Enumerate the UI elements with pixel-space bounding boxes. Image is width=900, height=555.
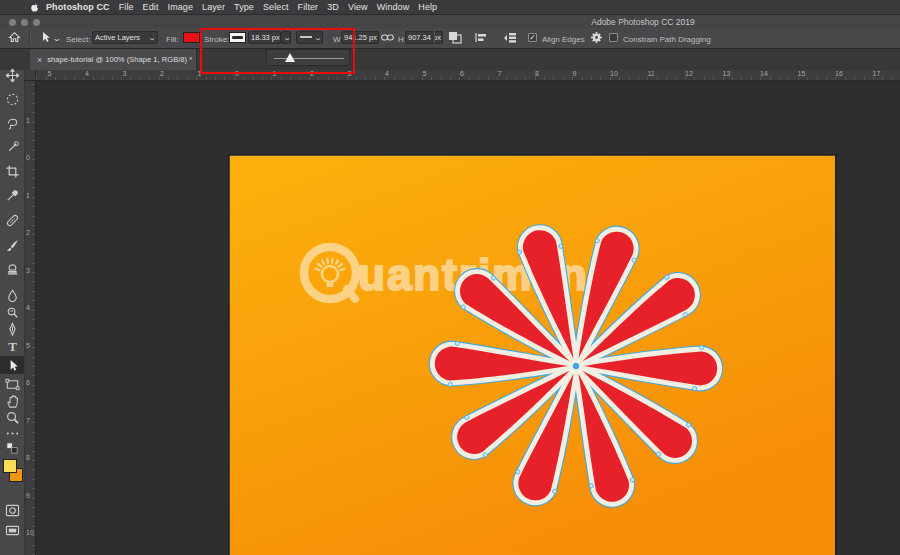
select-label: Select: [66, 35, 90, 44]
toolbar-separator [433, 31, 435, 45]
menu-file[interactable]: File [119, 2, 134, 12]
menu-3d[interactable]: 3D [327, 2, 339, 12]
vertical-ruler[interactable]: 1012345678910 [25, 81, 36, 555]
quick-mask-icon[interactable] [0, 501, 24, 519]
tab-title: shape-tutorial @ 100% (Shape 1, RGB/8) * [47, 55, 192, 64]
screen-mode-icon[interactable] [0, 521, 24, 539]
path-alignment-icon-graphic [474, 31, 488, 44]
menu-app-name[interactable]: Photoshop CC [46, 2, 110, 12]
blur-tool-icon-graphic [5, 288, 20, 303]
h-ruler-label: 14 [760, 70, 768, 77]
shape-height-field[interactable]: 907.34 px [405, 31, 443, 44]
apple-icon[interactable] [30, 2, 39, 13]
tab-close-icon[interactable]: × [37, 55, 42, 65]
path-selection-tool-icon[interactable] [0, 356, 24, 374]
document-tab-bar: × shape-tutorial @ 100% (Shape 1, RGB/8)… [0, 49, 900, 70]
document-canvas[interactable]: uantrimang [228, 154, 837, 555]
dodge-tool-icon[interactable] [0, 303, 24, 321]
close-window-button[interactable] [9, 19, 16, 26]
stroke-type-dropdown[interactable]: ⌄ [296, 31, 323, 44]
stroke-width-dropdown-button[interactable]: ⌄ [281, 31, 291, 44]
pen-tool-icon[interactable] [0, 320, 24, 338]
chevron-down-icon: ⌄ [51, 33, 62, 42]
stroke-color-swatch[interactable] [229, 32, 246, 43]
menu-type[interactable]: Type [234, 2, 254, 12]
select-mode-dropdown[interactable]: Active Layers ⌄ [92, 31, 158, 44]
menu-filter[interactable]: Filter [298, 2, 319, 12]
link-dimensions-icon[interactable] [381, 31, 394, 44]
path-options-gear-icon[interactable] [590, 31, 603, 44]
center-anchor-point[interactable] [574, 364, 578, 368]
anchor-point[interactable] [455, 341, 459, 345]
stroke-width-field[interactable]: 18.33 px [248, 31, 281, 44]
h-ruler-label: 5 [48, 70, 52, 77]
type-tool-icon[interactable]: T [0, 337, 24, 355]
shape-width-field[interactable]: 941.25 px [341, 31, 379, 44]
foreground-color-swatch[interactable] [3, 459, 17, 473]
v-ruler-label: 0 [26, 154, 30, 161]
v-ruler-label: 3 [26, 267, 30, 274]
blur-tool-icon[interactable] [0, 286, 24, 304]
toolbar-separator [29, 31, 31, 45]
path-arrangement-icon[interactable] [502, 31, 517, 44]
menu-view[interactable]: View [348, 2, 368, 12]
menu-image[interactable]: Image [168, 2, 194, 12]
path-operations-icon-graphic [448, 31, 462, 44]
tool-preset-chevron-icon[interactable]: ⌄ [53, 31, 61, 44]
window-title: Adobe Photoshop CC 2019 [588, 17, 698, 27]
menu-edit[interactable]: Edit [143, 2, 159, 12]
shape-width-value: 941.25 px [344, 33, 377, 42]
fill-label: Fill: [166, 35, 178, 44]
h-ruler-label: 13 [723, 70, 731, 77]
minimize-window-button[interactable] [21, 19, 28, 26]
anchor-point[interactable] [448, 382, 452, 386]
path-selection-tool-icon[interactable] [40, 31, 51, 44]
brush-tool-icon[interactable] [0, 236, 24, 254]
move-tool-icon[interactable] [0, 66, 24, 84]
h-ruler-label: 1 [198, 70, 202, 77]
horizontal-ruler[interactable]: 5432101234567891011121314151617 [25, 70, 900, 81]
h-ruler-label: 17 [873, 70, 881, 77]
eyedropper-tool-icon[interactable] [0, 186, 24, 204]
path-operations-icon[interactable] [448, 31, 462, 44]
h-ruler-label: 6 [460, 70, 464, 77]
marquee-tool-icon-graphic [5, 92, 20, 107]
h-ruler-label: 4 [85, 70, 89, 77]
lasso-tool-icon[interactable] [0, 114, 24, 132]
shape-height-value: 907.34 px [408, 33, 441, 42]
constrain-path-dragging-checkbox[interactable] [609, 33, 618, 42]
crop-tool-icon[interactable] [0, 162, 24, 180]
ruler-corner-box[interactable] [25, 70, 36, 81]
h-ruler-label: 2 [160, 70, 164, 77]
h-ruler-label: 4 [385, 70, 389, 77]
anchor-point[interactable] [693, 387, 697, 391]
shape-tool-icon[interactable] [0, 375, 24, 393]
stroke-width-slider-thumb[interactable] [285, 53, 295, 62]
healing-brush-tool-icon[interactable] [0, 211, 24, 229]
clone-stamp-tool-icon[interactable] [0, 260, 24, 278]
stroke-swatch-stripe [232, 36, 243, 39]
document-tab[interactable]: × shape-tutorial @ 100% (Shape 1, RGB/8)… [30, 49, 197, 70]
path-arrangement-icon-graphic [502, 31, 517, 44]
quick-mask-icon-graphic [5, 504, 20, 517]
h-ruler-label: 1 [273, 70, 277, 77]
zoom-window-button[interactable] [33, 19, 40, 26]
fill-color-swatch[interactable] [183, 32, 200, 43]
home-icon[interactable] [8, 31, 21, 44]
quick-selection-tool-icon[interactable] [0, 138, 24, 156]
menu-window[interactable]: Window [377, 2, 410, 12]
menu-select[interactable]: Select [263, 2, 289, 12]
menu-help[interactable]: Help [418, 2, 437, 12]
h-ruler-label: 3 [348, 70, 352, 77]
h-ruler-label: 8 [535, 70, 539, 77]
healing-brush-tool-icon-graphic [5, 213, 20, 228]
menu-layer[interactable]: Layer [202, 2, 225, 12]
stroke-type-dropdown-graphic [299, 32, 313, 41]
path-alignment-icon[interactable] [474, 31, 488, 44]
align-edges-checkbox[interactable]: ✓ [528, 33, 537, 42]
mini-colors-icon[interactable] [0, 439, 24, 457]
marquee-tool-icon[interactable] [0, 90, 24, 108]
anchor-point[interactable] [700, 345, 704, 349]
brush-tool-icon-graphic [5, 238, 20, 253]
align-edges-label: Align Edges [542, 35, 585, 44]
